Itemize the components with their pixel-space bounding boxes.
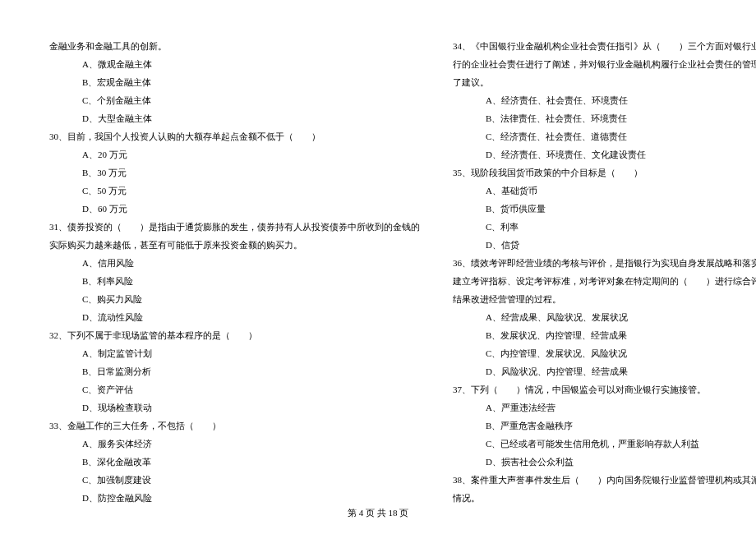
- q32-option-c: C、资产评估: [49, 380, 420, 398]
- q37-stem: 37、下列（ ）情况，中国银监会可以对商业银行实施接管。: [453, 380, 756, 398]
- q30-stem: 30、目前，我国个人投资人认购的大额存单起点金额不低于（ ）: [49, 127, 420, 145]
- q32-option-b: B、日常监测分析: [49, 362, 420, 380]
- q30-option-c: C、50 万元: [49, 182, 420, 200]
- q37-option-b: B、严重危害金融秩序: [453, 417, 756, 435]
- q35-option-d: D、信贷: [453, 236, 756, 254]
- q36-stem-line2: 建立考评指标、设定考评标准，对考评对象在特定期间的（ ）进行综合评价，并根据考评: [453, 272, 756, 290]
- q35-option-c: C、利率: [453, 218, 756, 236]
- q29-option-d: D、大型金融主体: [49, 109, 420, 127]
- q33-option-c: C、加强制度建设: [49, 471, 420, 489]
- q34-option-b: B、法律责任、社会责任、环境责任: [453, 109, 756, 127]
- q36-option-d: D、风险状况、内控管理、经营成果: [453, 362, 756, 380]
- q36-stem-line1: 36、绩效考评即经营业绩的考核与评价，是指银行为实现自身发展战略和落实落地要求，…: [453, 254, 756, 272]
- q30-option-d: D、60 万元: [49, 200, 420, 218]
- q31-stem-line2: 实际购买力越来越低，甚至有可能低于原来投资金额的购买力。: [49, 236, 420, 254]
- q35-stem: 35、现阶段我国货币政策的中介目标是（ ）: [453, 163, 756, 182]
- q37-option-c: C、已经或者可能发生信用危机，严重影响存款人利益: [453, 435, 756, 453]
- q32-option-a: A、制定监管计划: [49, 344, 420, 362]
- q31-option-a: A、信用风险: [49, 254, 420, 272]
- q31-option-d: D、流动性风险: [49, 308, 420, 326]
- q31-option-c: C、购买力风险: [49, 290, 420, 308]
- left-column: 金融业务和金融工具的创新。 A、微观金融主体 B、宏观金融主体 C、个别金融主体…: [49, 37, 420, 497]
- q37-option-a: A、严重违法经营: [453, 398, 756, 417]
- q34-option-c: C、经济责任、社会责任、道德责任: [453, 127, 756, 145]
- q36-option-b: B、发展状况、内控管理、经营成果: [453, 326, 756, 344]
- q29-option-b: B、宏观金融主体: [49, 73, 420, 91]
- q35-option-b: B、货币供应量: [453, 200, 756, 218]
- q33-stem: 33、金融工作的三大任务，不包括（ ）: [49, 417, 420, 435]
- q37-option-d: D、损害社会公众利益: [453, 453, 756, 471]
- q38-stem-line2: 情况。: [453, 489, 756, 507]
- q32-option-d: D、现场检查联动: [49, 398, 420, 417]
- q33-option-a: A、服务实体经济: [49, 435, 420, 453]
- page-footer: 第 4 页 共 18 页: [0, 507, 756, 519]
- q31-option-b: B、利率风险: [49, 272, 420, 290]
- q29-option-a: A、微观金融主体: [49, 55, 420, 73]
- q30-option-a: A、20 万元: [49, 145, 420, 163]
- q34-stem-line1: 34、《中国银行业金融机构企业社会责任指引》从（ ）三个方面对银行业金融机构应该…: [453, 37, 756, 55]
- q32-stem: 32、下列不属于非现场监管的基本程序的是（ ）: [49, 326, 420, 344]
- q33-option-d: D、防控金融风险: [49, 489, 420, 507]
- q34-stem-line2: 行的企业社会责任进行了阐述，并对银行业金融机构履行企业社会责任的管理机制和制度提…: [453, 55, 756, 73]
- q30-option-b: B、30 万元: [49, 163, 420, 182]
- q35-option-a: A、基础货币: [453, 182, 756, 200]
- q31-stem-line1: 31、债券投资的（ ）是指由于通货膨胀的发生，债券持有人从投资债券中所收到的金钱…: [49, 218, 420, 236]
- q36-option-c: C、内控管理、发展状况、风险状况: [453, 344, 756, 362]
- q29-option-c: C、个别金融主体: [49, 91, 420, 109]
- q38-stem-line1: 38、案件重大声誉事件发生后（ ）内向国务院银行业监督管理机构或其派出机构报告有…: [453, 471, 756, 489]
- right-column: 34、《中国银行业金融机构企业社会责任指引》从（ ）三个方面对银行业金融机构应该…: [453, 37, 756, 497]
- q34-stem-line3: 了建议。: [453, 73, 756, 91]
- q29-continuation: 金融业务和金融工具的创新。: [49, 37, 420, 55]
- q33-option-b: B、深化金融改革: [49, 453, 420, 471]
- q34-option-a: A、经济责任、社会责任、环境责任: [453, 91, 756, 109]
- q36-option-a: A、经营成果、风险状况、发展状况: [453, 308, 756, 326]
- q36-stem-line3: 结果改进经营管理的过程。: [453, 290, 756, 308]
- q34-option-d: D、经济责任、环境责任、文化建设责任: [453, 145, 756, 163]
